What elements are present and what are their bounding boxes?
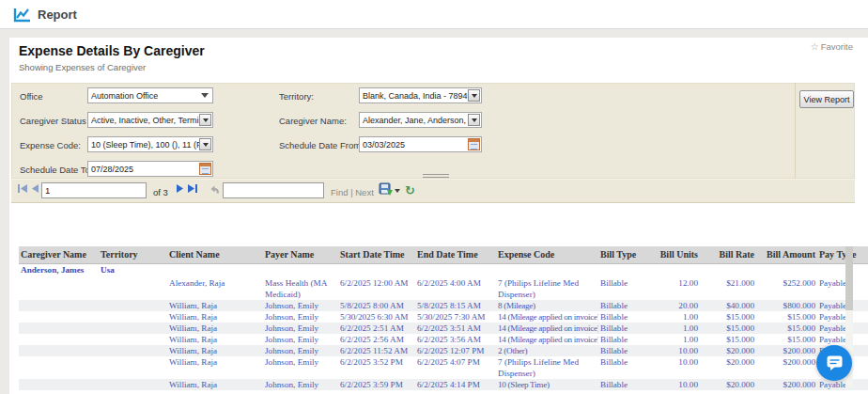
group-caregiver-name: Anderson, James <box>19 263 99 277</box>
group-row: Anderson, James Usa <box>19 263 868 277</box>
caregiver-name-label: Caregiver Name: <box>279 116 347 126</box>
table-header-row: Caregiver Name Territory Client Name Pay… <box>19 246 868 263</box>
chevron-down-icon[interactable] <box>468 89 480 102</box>
refresh-icon[interactable]: ↻ <box>405 184 415 197</box>
chevron-down-icon[interactable] <box>199 138 211 150</box>
col-pay-type: Pay Type <box>817 246 868 263</box>
table-row: William, Raja Johnson, Emily 5/30/2025 6… <box>19 311 868 323</box>
expense-code-label: Expense Code: <box>20 140 81 150</box>
report-title: Expense Details By Caregiver <box>19 43 205 58</box>
schedule-date-to-input[interactable]: 07/28/2025 <box>87 161 213 177</box>
page-title: Report <box>38 8 77 22</box>
next-page-icon[interactable] <box>176 183 184 194</box>
col-bill-units: Bill Units <box>651 246 700 263</box>
table-row: William, Raja Johnson, Emily 6/2/2025 3:… <box>19 356 868 379</box>
table-row: Alexander, Raja Mass Health (MA Medicaid… <box>19 277 868 300</box>
table-row: William, Raja Johnson, Emily 6/2/2025 3:… <box>19 379 868 390</box>
calendar-icon[interactable] <box>199 163 211 175</box>
splitter-handle[interactable] <box>423 174 449 178</box>
prev-page-icon[interactable] <box>31 183 39 194</box>
territory-label: Territory: <box>279 91 314 102</box>
col-payer-name: Payer Name <box>263 246 338 263</box>
last-page-icon[interactable] <box>187 183 198 194</box>
col-bill-rate: Bill Rate <box>700 246 756 263</box>
col-end-date-time: End Date Time <box>415 246 496 263</box>
export-icon[interactable] <box>379 182 394 197</box>
find-link[interactable]: Find <box>331 187 348 197</box>
find-next-controls: Find | Next <box>331 187 374 197</box>
table-row: William, Raja Johnson, Emily 6/2/2025 11… <box>19 345 868 356</box>
vertical-scrollbar-thumb[interactable] <box>845 246 853 310</box>
top-bar <box>0 0 868 29</box>
office-select[interactable]: Automation Office <box>87 87 213 103</box>
table-row: William, Raja Johnson, Emily 6/2/2025 2:… <box>19 323 868 334</box>
schedule-date-from-input[interactable]: 03/03/2025 <box>359 136 482 152</box>
find-next-separator: | <box>350 187 352 197</box>
page-number-input[interactable] <box>41 182 147 198</box>
chat-bubble-button[interactable] <box>816 345 852 381</box>
caregiver-name-select[interactable]: Alexander, Jane, Anderson, Jame <box>359 112 482 128</box>
report-table: Caregiver Name Territory Client Name Pay… <box>19 246 868 394</box>
col-client-name: Client Name <box>167 246 263 263</box>
col-caregiver-name: Caregiver Name <box>19 246 99 263</box>
chevron-down-icon[interactable] <box>468 114 480 126</box>
schedule-date-from-label: Schedule Date From: <box>279 140 364 150</box>
favorite-button[interactable]: ☆Favorite <box>811 41 853 52</box>
report-chart-icon <box>13 7 31 26</box>
expense-code-select[interactable]: 10 (Sleep Time), 100 (), 11 (Pres <box>87 136 213 152</box>
parent-report-icon <box>209 183 221 195</box>
first-page-icon[interactable] <box>17 183 28 194</box>
filter-separator <box>795 83 796 179</box>
col-start-date-time: Start Date Time <box>338 246 415 263</box>
page-count-label: of 3 <box>153 187 168 197</box>
table-row: William, Raja Johnson, Emily 6/2/2025 2:… <box>19 334 868 345</box>
col-expense-code: Expense Code <box>496 246 598 263</box>
territory-select[interactable]: Blank, Canada, India - 789456, N <box>359 87 482 103</box>
next-link[interactable]: Next <box>355 187 374 197</box>
table-row: William, Raja Johnson, Emily 5/8/2025 8:… <box>19 300 868 311</box>
chevron-down-icon[interactable] <box>199 114 211 126</box>
col-territory: Territory <box>99 246 167 263</box>
col-bill-type: Bill Type <box>598 246 651 263</box>
office-label: Office <box>20 91 43 102</box>
view-report-button[interactable]: View Report <box>799 90 854 108</box>
report-subtitle: Showing Expenses of Caregiver <box>19 62 146 72</box>
chat-bubble-icon <box>826 355 844 371</box>
caregiver-status-label: Caregiver Status <box>20 116 86 126</box>
favorite-star-icon: ☆ <box>811 41 819 52</box>
caregiver-status-select[interactable]: Active, Inactive, Other, Terminate <box>87 112 213 128</box>
chevron-down-icon <box>201 93 209 98</box>
search-input[interactable] <box>223 182 324 198</box>
col-bill-amount: Bill Amount <box>756 246 817 263</box>
favorite-label: Favorite <box>821 41 853 52</box>
schedule-date-to-label: Schedule Date To: <box>20 165 92 175</box>
group-territory: Usa <box>99 263 167 277</box>
export-menu-caret-icon[interactable] <box>395 189 400 193</box>
calendar-icon[interactable] <box>468 138 480 150</box>
